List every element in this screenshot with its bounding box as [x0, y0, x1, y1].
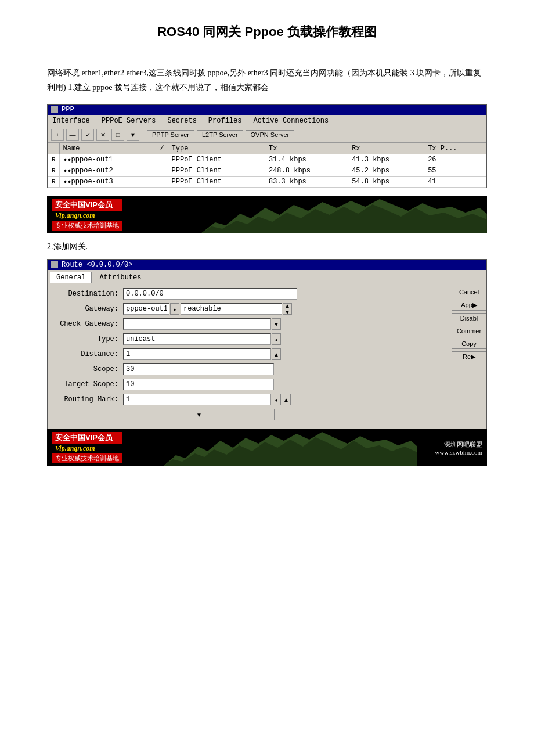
- apply-button[interactable]: App▶: [452, 300, 486, 311]
- ppp-window: PPP Interface PPPoE Servers Secrets Prof…: [47, 104, 487, 188]
- target-scope-input[interactable]: [123, 379, 274, 390]
- gateway-row: Gateway: ⬧ ▲▼: [55, 303, 442, 315]
- col-status: [48, 143, 60, 154]
- cancel-button[interactable]: Cancel: [452, 287, 486, 297]
- routing-mark-label: Routing Mark:: [55, 395, 118, 404]
- scope-input[interactable]: [123, 363, 274, 375]
- table-row[interactable]: R ⬧⬧pppoe-out2 PPPoE Client 248.8 kbps 4…: [48, 165, 486, 177]
- vip2-right-line2: www.szwblm.com: [435, 449, 482, 456]
- tab-attributes[interactable]: Attributes: [93, 272, 147, 283]
- row3-status: R: [48, 177, 60, 188]
- disable-button[interactable]: Disabl: [452, 313, 486, 323]
- table-row[interactable]: R ⬧⬧pppoe-out1 PPPoE Client 31.4 kbps 41…: [48, 154, 486, 165]
- distance-label: Distance:: [55, 350, 118, 358]
- vip2-line3: 专业权威技术培训基地: [52, 453, 122, 463]
- edit-button[interactable]: ✓: [81, 129, 94, 141]
- copy-button-route[interactable]: Copy: [452, 339, 486, 349]
- destination-label: Destination:: [55, 290, 118, 298]
- reachable-input[interactable]: [181, 303, 282, 315]
- row1-type: PPPoE Client: [168, 154, 265, 165]
- routing-mark-spinner[interactable]: ⬧: [272, 394, 281, 405]
- gateway-spinner[interactable]: ⬧: [170, 303, 179, 315]
- reachable-dropdown[interactable]: ▲▼: [283, 303, 292, 315]
- route-sidebar: Cancel App▶ Disabl Commer Copy Re▶: [449, 283, 486, 429]
- distance-row: Distance: ▲: [55, 348, 442, 360]
- mountain-svg-2: [163, 429, 417, 466]
- row1-sort: [156, 154, 168, 165]
- row2-txp: 55: [424, 165, 486, 177]
- gateway-label: Gateway:: [55, 305, 118, 313]
- filter-button[interactable]: ▼: [127, 129, 139, 141]
- routing-mark-input[interactable]: [123, 394, 271, 405]
- menu-interface[interactable]: Interface: [50, 116, 92, 125]
- page-title: ROS40 同网关 Pppoe 负载操作教程图: [35, 23, 499, 41]
- vip-text-block-1: 安全中国VIP会员 Vip.anqn.com 专业权威技术培训基地: [52, 199, 122, 231]
- separator: [143, 129, 143, 140]
- row1-rx: 41.3 kbps: [348, 154, 424, 165]
- copy-button-ppp[interactable]: □: [111, 129, 124, 141]
- vip2-mountain-bg: [163, 429, 417, 466]
- pptp-server-button[interactable]: PPTP Server: [147, 130, 194, 139]
- row1-status: R: [48, 154, 60, 165]
- row2-sort: [156, 165, 168, 177]
- vip-banner-1: 安全中国VIP会员 Vip.anqn.com 专业权威技术培训基地: [47, 196, 487, 233]
- ppp-title-icon: [51, 106, 58, 113]
- target-scope-label: Target Scope:: [55, 380, 118, 388]
- content-box: 网络环境 ether1,ether2 ether3,这三条线同时拨 pppoe,…: [35, 55, 499, 477]
- l2tp-server-button[interactable]: L2TP Server: [197, 130, 243, 139]
- row1-txp: 26: [424, 154, 486, 165]
- type-spinner[interactable]: ⬧: [272, 333, 281, 345]
- menu-secrets[interactable]: Secrets: [165, 116, 199, 125]
- row3-name: ⬧⬧pppoe-out3: [59, 177, 156, 188]
- destination-input[interactable]: [123, 288, 297, 300]
- row3-tx: 83.3 kbps: [265, 177, 348, 188]
- row3-txp: 41: [424, 177, 486, 188]
- distance-up[interactable]: ▲: [272, 348, 281, 360]
- route-body: Destination: Gateway: ⬧ ▲▼: [48, 283, 486, 429]
- section2-label: 2.添加网关.: [47, 242, 487, 252]
- vip-banner-bg-1: [201, 196, 487, 233]
- type-input[interactable]: [123, 333, 271, 345]
- check-gateway-input[interactable]: [123, 318, 271, 330]
- row2-type: PPPoE Client: [168, 165, 265, 177]
- scope-row: Scope:: [55, 363, 442, 375]
- type-label: Type:: [55, 335, 118, 343]
- routing-mark-up[interactable]: ▲: [282, 394, 291, 405]
- check-gateway-dropdown[interactable]: ▼: [272, 318, 281, 330]
- remove-button[interactable]: —: [66, 129, 79, 141]
- col-type: Type: [168, 143, 265, 154]
- distance-input[interactable]: [123, 348, 271, 360]
- vip2-line2: Vip.anqn.com: [52, 444, 122, 453]
- intro-text: 网络环境 ether1,ether2 ether3,这三条线同时拨 pppoe,…: [47, 66, 487, 95]
- tab-general[interactable]: General: [50, 272, 92, 283]
- reset-button[interactable]: ✕: [96, 129, 109, 141]
- target-scope-row: Target Scope:: [55, 379, 442, 390]
- vip-banner-2: 安全中国VIP会员 Vip.anqn.com 专业权威技术培训基地 深圳网吧联盟…: [47, 429, 487, 466]
- vip-line2: Vip.anqn.com: [52, 211, 122, 221]
- col-sort: /: [156, 143, 168, 154]
- scroll-row: ▼: [55, 409, 442, 420]
- row2-rx: 45.2 kbps: [348, 165, 424, 177]
- gateway-input[interactable]: [123, 303, 169, 315]
- scroll-down-button[interactable]: ▼: [124, 409, 275, 420]
- mountain-svg-1: [201, 196, 487, 233]
- add-button[interactable]: +: [51, 129, 64, 141]
- route-tabs: General Attributes: [48, 270, 486, 283]
- comment-button[interactable]: Commer: [452, 326, 486, 336]
- col-rx: Rx: [348, 143, 424, 154]
- remove-button-route[interactable]: Re▶: [452, 351, 486, 362]
- vip-text-block-2: 安全中国VIP会员 Vip.anqn.com 专业权威技术培训基地: [52, 432, 122, 463]
- menu-active-connections[interactable]: Active Connections: [251, 116, 331, 125]
- vip2-right-line1: 深圳网吧联盟: [435, 440, 482, 449]
- row3-rx: 54.8 kbps: [348, 177, 424, 188]
- vip-line3: 专业权威技术培训基地: [52, 221, 122, 231]
- ppp-title-text: PPP: [62, 106, 74, 114]
- menu-pppoe-servers[interactable]: PPPoE Servers: [99, 116, 158, 125]
- table-row[interactable]: R ⬧⬧pppoe-out3 PPPoE Client 83.3 kbps 54…: [48, 177, 486, 188]
- destination-row: Destination:: [55, 288, 442, 300]
- menu-profiles[interactable]: Profiles: [206, 116, 244, 125]
- ovpn-server-button[interactable]: OVPN Server: [246, 130, 295, 139]
- col-txp: Tx P...: [424, 143, 486, 154]
- scope-label: Scope:: [55, 365, 118, 373]
- ppp-title-bar: PPP: [48, 105, 486, 115]
